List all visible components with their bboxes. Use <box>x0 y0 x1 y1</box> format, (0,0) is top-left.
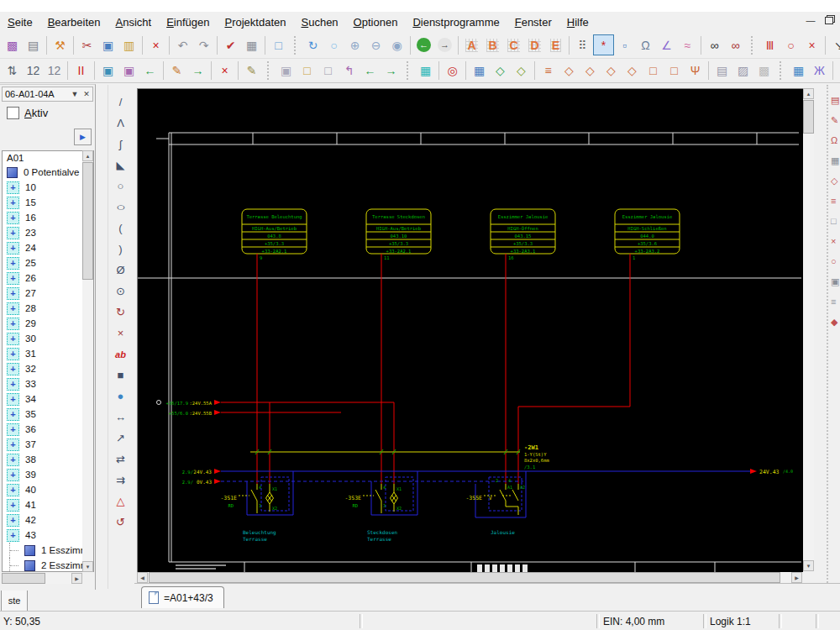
right-tool-circle-icon[interactable]: ○ <box>828 251 840 271</box>
right-tool-cross-icon[interactable]: × <box>828 231 840 251</box>
open-page-icon[interactable]: □ <box>318 60 339 81</box>
chevron-down-icon[interactable]: ▼ <box>69 88 81 100</box>
new-page-icon[interactable]: □ <box>297 60 318 81</box>
tree-item[interactable]: 40 <box>3 482 93 497</box>
tree-item[interactable]: 10 <box>3 180 93 195</box>
settings-wrench-icon[interactable]: ⚒ <box>50 34 71 55</box>
cross-tool-icon[interactable]: × <box>112 323 130 344</box>
canvas-horizontal-scrollbar[interactable]: ◀ ▶ <box>137 572 802 583</box>
cart-icon[interactable]: ⊔ <box>836 60 840 81</box>
cut-icon[interactable]: ✂ <box>76 34 97 55</box>
nav-forward-icon[interactable]: → <box>434 34 455 55</box>
scroll-left-icon[interactable]: ◀ <box>137 572 148 583</box>
fill-tool-icon[interactable]: ■ <box>112 365 130 386</box>
tree-item[interactable]: 0 Potentialve <box>3 165 93 180</box>
tree-item[interactable]: 30 <box>3 331 93 346</box>
scroll-up-icon[interactable]: ▲ <box>803 88 814 99</box>
tree-item[interactable]: 27 <box>3 286 93 301</box>
aktiv-checkbox[interactable] <box>7 107 19 119</box>
scroll-right-icon[interactable]: ▶ <box>791 572 802 583</box>
terminal-row-icon[interactable]: ≡ <box>538 60 559 81</box>
tree-item[interactable]: 25 <box>3 255 93 270</box>
table-view-icon[interactable]: ▦ <box>788 60 809 81</box>
polyline-tool-icon[interactable]: Λ <box>112 113 130 134</box>
tree-item[interactable]: 26 <box>3 270 93 286</box>
tree-subitem[interactable]: 1 Esszimm <box>3 543 93 558</box>
select-symbol-icon[interactable]: ◇ <box>490 60 511 81</box>
measure-angle-icon[interactable]: ∠ <box>656 34 677 55</box>
tree-item[interactable]: 39 <box>3 467 93 482</box>
page-check-icon[interactable]: ✔ <box>220 34 241 55</box>
diag-arrow-tool-icon[interactable]: ↗ <box>112 428 130 449</box>
right-tool-lines-icon[interactable]: ≡ <box>828 291 840 312</box>
edit-macro-icon[interactable]: ✎ <box>166 60 187 81</box>
ref-circle-icon[interactable]: ◎ <box>442 60 463 81</box>
project-tree[interactable]: A01 0 Potentialve10151623242526272829303… <box>2 150 94 572</box>
tree-subitem[interactable]: 2 Esszimm <box>3 558 93 572</box>
right-tool-symbols-icon[interactable]: ▤ <box>828 90 840 110</box>
pin-number-icon[interactable]: 12 <box>23 60 44 81</box>
scroll-down-icon[interactable]: ▼ <box>82 561 93 572</box>
tree-item[interactable]: 34 <box>3 391 93 407</box>
potential-start-icon[interactable]: ▣ <box>97 60 118 81</box>
panel-bottom-tab[interactable]: ste <box>1 591 28 612</box>
renumber-icon[interactable]: ⇅ <box>2 60 23 81</box>
tree-item[interactable]: 29 <box>3 316 93 331</box>
arc-arrow-tool-icon[interactable]: ↺ <box>112 512 130 533</box>
tree-item[interactable]: 32 <box>3 361 93 376</box>
delete-selection-icon[interactable]: × <box>145 34 166 55</box>
tree-item[interactable]: 33 <box>3 376 93 391</box>
restore-icon[interactable] <box>822 13 837 27</box>
arc-right-tool-icon[interactable]: ) <box>112 239 130 260</box>
menu-item-3[interactable]: Einfügen <box>159 13 217 31</box>
hatch-icon[interactable]: ▨ <box>732 60 753 81</box>
connector-icon[interactable]: Ж <box>809 60 830 81</box>
scroll-thumb[interactable] <box>149 572 780 583</box>
dimension-chain-tool-icon[interactable]: ⇉ <box>112 470 130 491</box>
rotate-tool-icon[interactable]: ↻ <box>112 302 130 323</box>
schematic-canvas[interactable]: Terrasse BeleuchtungHIGH-Aus/Betrieb043.… <box>137 88 803 572</box>
tree-item[interactable]: 36 <box>3 422 93 437</box>
tree-item[interactable]: 41 <box>3 497 93 512</box>
wire-parallel-icon[interactable]: Ⅲ <box>759 34 780 55</box>
wire-circle-icon[interactable]: ○ <box>780 34 801 55</box>
tree-item[interactable]: 38 <box>3 452 93 467</box>
snap-grid-icon[interactable]: * <box>593 34 614 55</box>
right-tool-omega-icon[interactable]: Ω <box>828 130 840 150</box>
dimension-tool-icon[interactable]: ⇄ <box>112 449 130 470</box>
tree-item[interactable]: 31 <box>3 346 93 361</box>
terminal-multi-icon[interactable]: Ψ <box>685 60 706 81</box>
right-tool-chip-icon[interactable]: ▣ <box>828 271 840 291</box>
lasso-icon[interactable]: Ω <box>635 34 656 55</box>
apply-button[interactable]: ▶ <box>74 129 92 145</box>
terminal-box-icon[interactable]: □ <box>643 60 664 81</box>
right-tool-diamond-icon[interactable]: ◇ <box>828 171 840 191</box>
menu-item-0[interactable]: Seite <box>0 13 40 31</box>
search-symbol-icon[interactable]: ∞ <box>725 34 746 55</box>
print-icon[interactable]: ▤ <box>23 34 44 55</box>
copy-icon[interactable]: ▣ <box>97 34 118 55</box>
canvas-vertical-scrollbar[interactable]: ▲ ▼ <box>803 88 814 571</box>
tree-item[interactable]: 24 <box>3 240 93 255</box>
warn-tool-icon[interactable]: △ <box>112 491 130 512</box>
potential-mid-icon[interactable]: ▣ <box>118 60 139 81</box>
scroll-thumb[interactable] <box>2 573 45 584</box>
insert-macro-icon[interactable]: → <box>187 60 208 81</box>
clock-tool-icon[interactable]: ⊙ <box>112 281 130 302</box>
zoom-out-icon[interactable]: ⊖ <box>365 34 386 55</box>
bezier-tool-icon[interactable]: ʃ <box>112 134 130 155</box>
minimize-icon[interactable]: — <box>803 13 818 27</box>
tree-item[interactable]: 35 <box>3 407 93 422</box>
tree-item[interactable]: 37 <box>3 437 93 452</box>
page-props-icon[interactable]: ▤ <box>711 60 732 81</box>
line-tool-icon[interactable]: / <box>112 92 130 113</box>
wire-cross-icon[interactable]: × <box>801 34 822 55</box>
polygon-tool-icon[interactable]: ◣ <box>112 155 130 176</box>
page-template-icon[interactable]: ▩ <box>2 34 23 55</box>
menu-item-6[interactable]: Optionen <box>346 13 406 31</box>
select-frame-icon[interactable]: ▦ <box>469 60 490 81</box>
circle-tool-icon[interactable]: ○ <box>112 176 130 197</box>
menu-item-1[interactable]: Bearbeiten <box>40 13 108 31</box>
pie-tool-icon[interactable]: Ø <box>112 260 130 281</box>
right-tool-grid-icon[interactable]: ▦ <box>828 150 840 171</box>
